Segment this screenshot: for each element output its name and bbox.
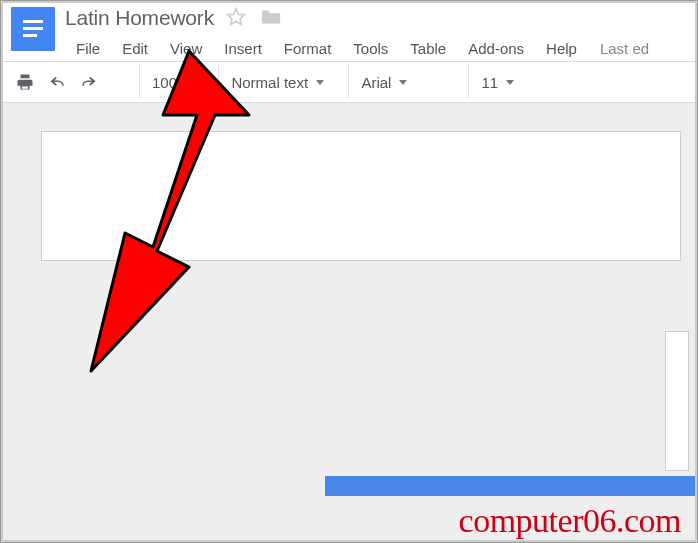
editor-canvas[interactable] bbox=[3, 103, 695, 540]
menu-tools[interactable]: Tools bbox=[342, 36, 399, 61]
chevron-down-icon bbox=[506, 80, 514, 85]
chevron-down-icon bbox=[316, 80, 324, 85]
paragraph-style-value: Normal text bbox=[231, 74, 308, 91]
print-icon[interactable] bbox=[9, 65, 41, 99]
menu-insert[interactable]: Insert bbox=[213, 36, 273, 61]
svg-rect-0 bbox=[23, 20, 43, 23]
zoom-value: 100% bbox=[152, 74, 190, 91]
star-icon[interactable] bbox=[226, 7, 248, 29]
menu-table[interactable]: Table bbox=[399, 36, 457, 61]
title-block: Latin Homework File Edit View Insert For… bbox=[65, 3, 695, 63]
menu-bar: File Edit View Insert Format Tools Table… bbox=[65, 33, 695, 63]
last-edit-label: Last ed bbox=[588, 40, 649, 57]
chevron-down-icon bbox=[198, 80, 206, 85]
paragraph-style-combo[interactable]: Normal text bbox=[218, 65, 348, 99]
svg-rect-2 bbox=[23, 34, 37, 37]
menu-addons[interactable]: Add-ons bbox=[457, 36, 535, 61]
font-family-combo[interactable]: Arial bbox=[348, 65, 468, 99]
docs-logo-icon[interactable] bbox=[11, 7, 55, 51]
document-page[interactable] bbox=[41, 131, 681, 261]
menu-edit[interactable]: Edit bbox=[111, 36, 159, 61]
menu-file[interactable]: File bbox=[65, 36, 111, 61]
svg-rect-1 bbox=[23, 27, 43, 30]
menu-format[interactable]: Format bbox=[273, 36, 343, 61]
menu-view[interactable]: View bbox=[159, 36, 213, 61]
font-size-combo[interactable]: 11 bbox=[468, 65, 530, 99]
redo-icon[interactable] bbox=[73, 65, 105, 99]
document-title[interactable]: Latin Homework bbox=[65, 6, 214, 30]
toolbar: 100% Normal text Arial 11 bbox=[3, 61, 695, 103]
undo-icon[interactable] bbox=[41, 65, 73, 99]
watermark-text: computer06.com bbox=[459, 502, 681, 540]
font-size-value: 11 bbox=[481, 74, 498, 91]
chevron-down-icon bbox=[399, 80, 407, 85]
svg-marker-3 bbox=[228, 9, 245, 25]
menu-help[interactable]: Help bbox=[535, 36, 588, 61]
zoom-combo[interactable]: 100% bbox=[139, 65, 218, 99]
watermark-bar bbox=[325, 476, 695, 496]
document-page-edge bbox=[665, 331, 689, 471]
header-bar: Latin Homework File Edit View Insert For… bbox=[3, 3, 695, 61]
folder-icon[interactable] bbox=[260, 7, 282, 29]
font-family-value: Arial bbox=[361, 74, 391, 91]
